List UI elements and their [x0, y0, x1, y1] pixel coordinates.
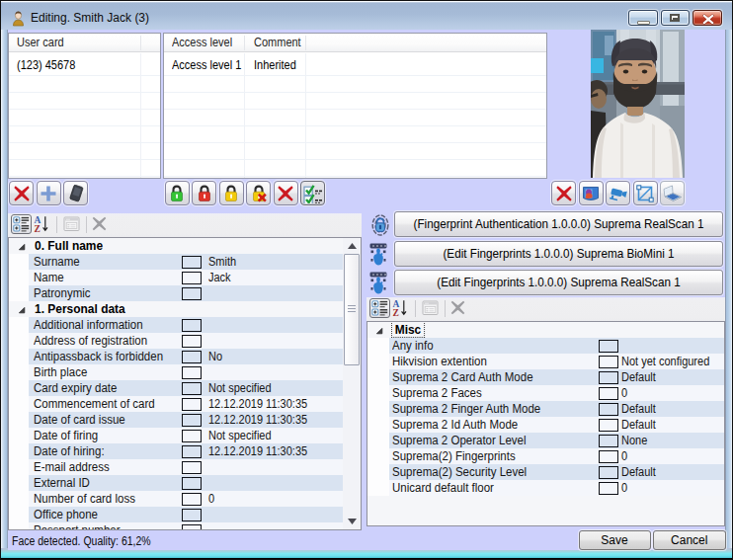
svg-text:Z: Z	[35, 224, 41, 233]
svg-text:Z: Z	[393, 308, 399, 317]
